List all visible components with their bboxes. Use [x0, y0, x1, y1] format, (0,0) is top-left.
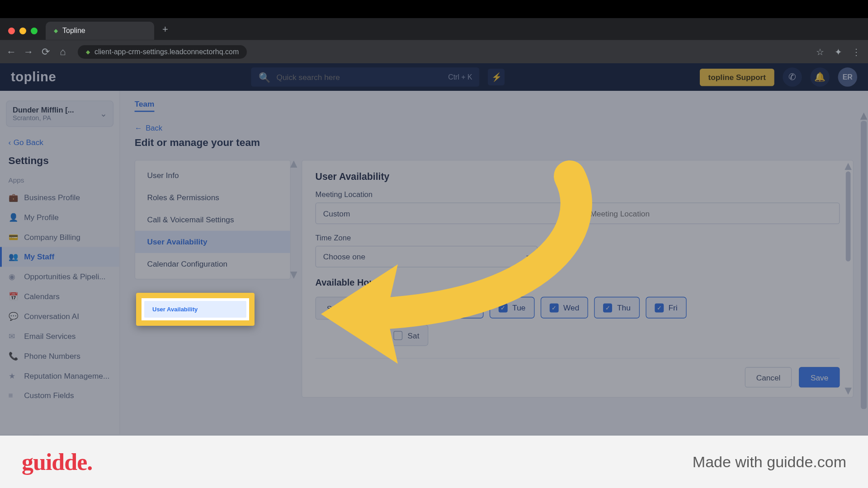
list-icon: ≡ — [9, 391, 18, 400]
back-link[interactable]: ← Back — [135, 124, 854, 132]
select-all-button[interactable]: Select All — [316, 297, 371, 319]
browser-toolbar: ← → ⟳ ⌂ ◆ client-app-crm-settings.leadco… — [0, 40, 868, 63]
meeting-location-field[interactable] — [590, 209, 832, 218]
day-label: Sun — [408, 303, 422, 312]
main-content: Team ← Back Edit or manage your team Use… — [120, 91, 868, 434]
scroll-up-icon[interactable] — [860, 113, 868, 120]
nav-reload-icon[interactable]: ⟳ — [41, 46, 51, 58]
user-icon: 👤 — [9, 213, 18, 222]
sidebar-item-my-profile[interactable]: 👤My Profile — [0, 207, 119, 227]
checkbox-icon: ✓ — [655, 303, 664, 312]
maximize-window-icon[interactable] — [31, 28, 38, 34]
brand-logo[interactable]: topline — [11, 69, 56, 85]
chevron-down-icon: ▾ — [526, 253, 530, 260]
phone-icon[interactable]: ✆ — [783, 67, 802, 87]
apps-label: Apps — [0, 173, 119, 188]
scroll-down-icon[interactable] — [290, 272, 297, 279]
checkbox-icon: ✓ — [445, 303, 454, 312]
subnav-calendar-config[interactable]: Calendar Configuration — [135, 253, 290, 275]
day-toggle-wed[interactable]: ✓Wed — [541, 297, 589, 319]
subnav-roles-permissions[interactable]: Roles & Permissions — [135, 186, 290, 208]
user-availability-panel: User Availability Meeting Location Custo… — [302, 160, 854, 398]
sidebar-item-calendars[interactable]: 📅Calendars — [0, 286, 119, 306]
save-button[interactable]: Save — [799, 367, 840, 387]
chevron-down-icon: ▾ — [561, 210, 565, 217]
subnav-user-availability[interactable]: User Availability — [135, 231, 290, 253]
sidebar-item-company-billing[interactable]: 💳Company Billing — [0, 227, 119, 247]
users-icon: 👥 — [9, 253, 18, 262]
bolt-icon[interactable]: ⚡ — [488, 69, 505, 85]
browser-tab[interactable]: ◆ Topline — [46, 22, 154, 40]
sidebar-item-opportunities[interactable]: ◉Opportunities & Pipeli... — [0, 267, 119, 286]
target-icon: ◉ — [9, 272, 18, 281]
scroll-thumb[interactable] — [861, 121, 867, 409]
sidebar-item-custom-fields[interactable]: ≡Custom Fields — [0, 386, 119, 406]
bookmark-star-icon[interactable]: ☆ — [815, 47, 826, 57]
calendar-icon: 📅 — [9, 292, 18, 301]
meeting-location-select[interactable]: Custom ▾ — [316, 202, 573, 224]
sidebar-item-email-services[interactable]: ✉Email Services — [0, 326, 119, 346]
arrow-left-icon: ← — [135, 124, 142, 132]
nav-back-icon[interactable]: ← — [6, 46, 16, 58]
browser-menu-icon[interactable]: ⋮ — [851, 47, 862, 57]
day-toggle-mon[interactable]: ✓Mon — [436, 297, 483, 319]
day-label: Wed — [563, 303, 579, 312]
browser-tabstrip: ◆ Topline + — [0, 18, 868, 40]
address-bar[interactable]: ◆ client-app-crm-settings.leadconnectorh… — [78, 45, 247, 59]
briefcase-icon: 💼 — [9, 193, 18, 202]
sidebar-item-my-staff[interactable]: 👥 My Staff — [0, 247, 119, 267]
window-controls — [4, 28, 42, 40]
location-switcher[interactable]: Dunder Mifflin [... Scranton, PA ⌄ — [6, 100, 113, 127]
sidebar-item-label: Conversation AI — [24, 312, 79, 321]
sidebar-item-label: Email Services — [24, 332, 75, 341]
select-all-label: Select All — [327, 304, 359, 313]
day-label: Mon — [459, 303, 475, 312]
nav-home-icon[interactable]: ⌂ — [58, 46, 68, 58]
timezone-select[interactable]: Choose one ▾ — [316, 246, 538, 267]
nav-forward-icon[interactable]: → — [24, 46, 33, 58]
cancel-button[interactable]: Cancel — [745, 367, 792, 387]
day-toggle-thu[interactable]: ✓Thu — [594, 297, 640, 319]
sidebar-item-phone-numbers[interactable]: 📞Phone Numbers — [0, 346, 119, 366]
scroll-up-icon[interactable] — [844, 163, 852, 170]
settings-sidebar: Dunder Mifflin [... Scranton, PA ⌄ ‹ Go … — [0, 91, 120, 434]
page-scrollbar[interactable] — [861, 121, 867, 435]
support-button[interactable]: topline Support — [700, 68, 774, 86]
meeting-location-input[interactable] — [582, 202, 840, 224]
scroll-down-icon[interactable] — [844, 387, 852, 394]
sidebar-item-label: My Staff — [24, 253, 54, 262]
subnav-call-voicemail[interactable]: Call & Voicemail Settings — [135, 209, 290, 231]
extensions-icon[interactable]: ✦ — [833, 47, 844, 57]
card-icon: 💳 — [9, 233, 18, 242]
subnav-user-info[interactable]: User Info — [135, 164, 290, 186]
go-back-label: Go Back — [14, 138, 43, 147]
global-search[interactable]: 🔍 Ctrl + K — [251, 67, 480, 87]
new-tab-button[interactable]: + — [158, 23, 173, 40]
day-toggle-tue[interactable]: ✓Tue — [490, 297, 535, 319]
sidebar-item-business-profile[interactable]: 💼Business Profile — [0, 188, 119, 207]
meeting-location-label: Meeting Location — [316, 191, 840, 199]
day-toggle-sat[interactable]: Sat — [385, 324, 428, 346]
day-toggle-fri[interactable]: ✓Fri — [646, 297, 687, 319]
back-label: Back — [146, 124, 162, 132]
bell-icon[interactable]: 🔔 — [810, 67, 830, 87]
sidebar-item-conversation-ai[interactable]: 💬Conversation AI — [0, 306, 119, 326]
sidebar-item-label: Calendars — [24, 292, 60, 301]
site-lock-icon: ◆ — [86, 49, 90, 55]
minimize-window-icon[interactable] — [19, 28, 26, 34]
day-label: Sat — [408, 331, 420, 340]
panel-scrollbar[interactable] — [846, 171, 851, 261]
search-shortcut: Ctrl + K — [448, 73, 472, 81]
avatar[interactable]: ER — [838, 67, 858, 87]
sidebar-go-back[interactable]: ‹ Go Back — [0, 134, 119, 155]
day-toggle-sun[interactable]: Sun — [385, 297, 430, 319]
close-window-icon[interactable] — [8, 28, 15, 34]
sidebar-item-reputation[interactable]: ★Reputation Manageme... — [0, 366, 119, 386]
available-hours-title: Available Hours — [316, 277, 840, 287]
scroll-up-icon[interactable] — [290, 160, 297, 168]
checkbox-icon: ✓ — [603, 303, 612, 312]
breadcrumb-team[interactable]: Team — [135, 99, 155, 112]
sidebar-item-label: Company Billing — [24, 233, 80, 242]
search-input[interactable] — [277, 73, 442, 82]
checkbox-icon: ✓ — [499, 303, 508, 312]
